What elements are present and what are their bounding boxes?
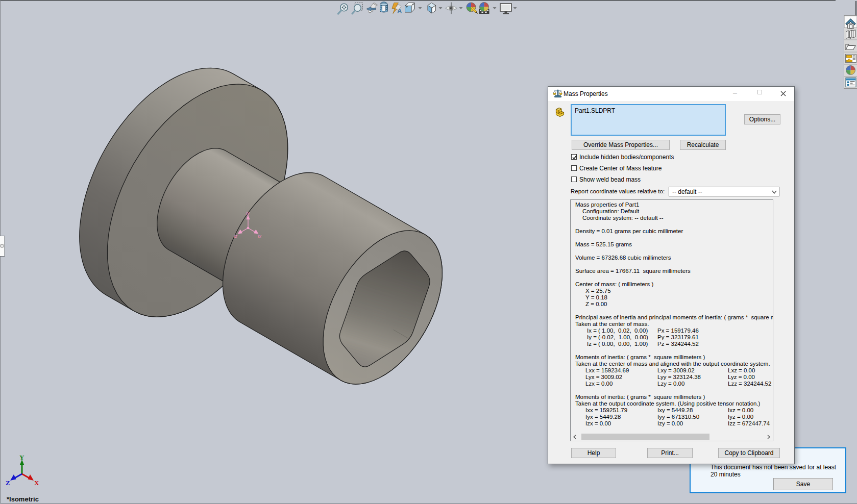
svg-text:Iy: Iy <box>246 211 250 216</box>
svg-text:X: X <box>34 479 39 487</box>
svg-text:Z: Z <box>6 479 10 487</box>
svg-text:Y: Y <box>19 453 25 461</box>
svg-text:A: A <box>397 7 402 15</box>
svg-text:Ix: Ix <box>258 234 262 239</box>
svg-text:Iz: Iz <box>234 234 238 239</box>
